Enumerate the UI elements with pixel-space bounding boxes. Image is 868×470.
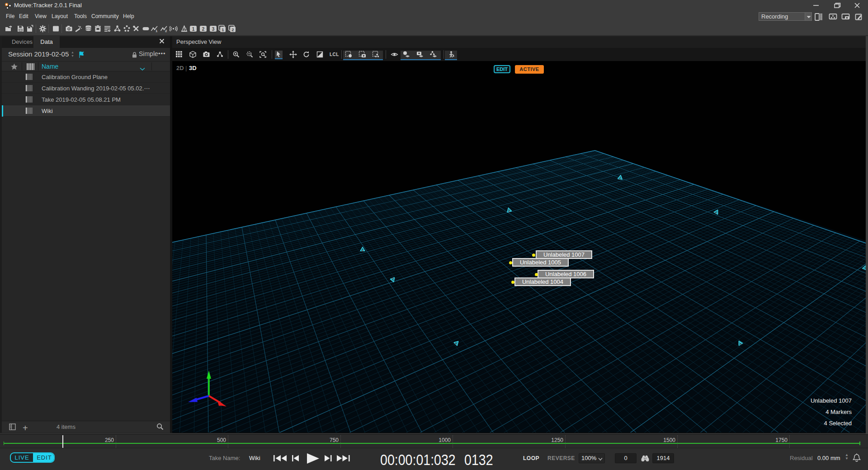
- svg-text:3: 3: [212, 27, 215, 32]
- svg-text:1: 1: [222, 27, 224, 32]
- svg-text:2: 2: [231, 27, 234, 32]
- svg-text:2: 2: [202, 27, 205, 32]
- svg-text:1: 1: [192, 27, 195, 32]
- svg-text:1: 1: [156, 29, 158, 33]
- svg-text:2: 2: [165, 29, 167, 33]
